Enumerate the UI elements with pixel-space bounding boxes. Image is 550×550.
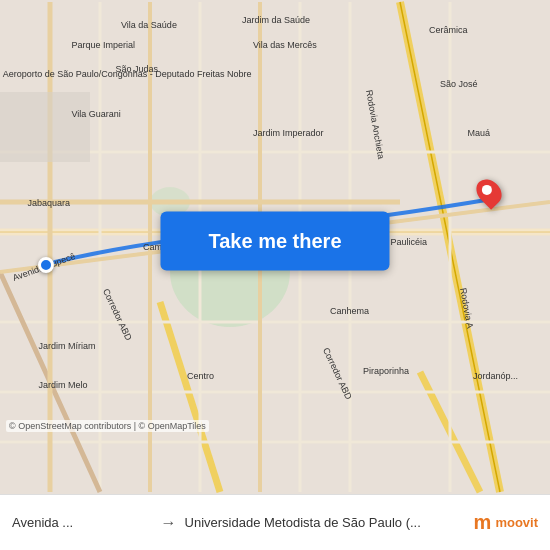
origin-label: Avenida ... xyxy=(12,515,153,530)
svg-rect-24 xyxy=(0,92,90,162)
moovit-logo: m moovit xyxy=(474,511,538,534)
map-container: Vila da Saúde Jardim da Saúde Parque Imp… xyxy=(0,0,550,494)
map-copyright: © OpenStreetMap contributors | © OpenMap… xyxy=(6,420,209,432)
take-me-there-button[interactable]: Take me there xyxy=(160,212,389,271)
destination-marker xyxy=(478,178,500,206)
app: Vila da Saúde Jardim da Saúde Parque Imp… xyxy=(0,0,550,550)
moovit-logo-letter: m xyxy=(474,511,492,534)
moovit-logo-text: moovit xyxy=(495,515,538,530)
destination-label: Universidade Metodista de São Paulo (... xyxy=(185,515,466,530)
bottom-bar: Avenida ... → Universidade Metodista de … xyxy=(0,494,550,550)
origin-marker xyxy=(38,257,54,273)
arrow-icon: → xyxy=(161,514,177,532)
